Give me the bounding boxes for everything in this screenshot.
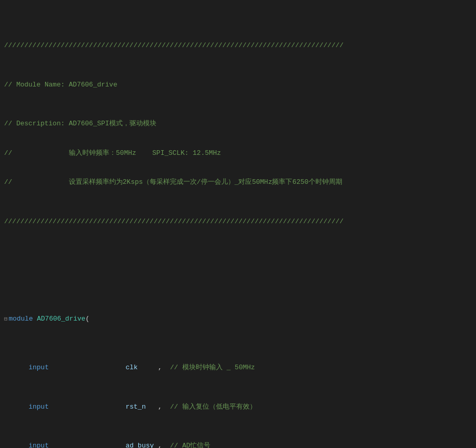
line-input-clk: input clk , // 模块时钟输入 _ 50MHz [0, 363, 476, 373]
code-editor: ////////////////////////////////////////… [0, 0, 476, 448]
collapse-module[interactable]: ⊟ [4, 315, 8, 324]
line-desc: // Description: AD7606_SPI模式，驱动模块 [0, 119, 476, 129]
line-input-adbusy: input ad_busy , // AD忙信号 [0, 441, 476, 448]
line-module-name: // Module Name: AD7606_drive [0, 80, 476, 90]
line-blank-1 [0, 266, 476, 276]
line-desc3: // 设置采样频率约为2Ksps（每采样完成一次/停一会儿）_对应50MHz频率… [0, 178, 476, 187]
line-banner-1: ////////////////////////////////////////… [0, 41, 476, 51]
line-module-decl: ⊟ module AD7606_drive( [0, 314, 476, 324]
line-banner-2: ////////////////////////////////////////… [0, 217, 476, 227]
line-input-rstn: input rst_n , // 输入复位（低电平有效） [0, 402, 476, 412]
line-desc2: // 输入时钟频率：50MHz SPI_SCLK: 12.5MHz [0, 149, 476, 158]
